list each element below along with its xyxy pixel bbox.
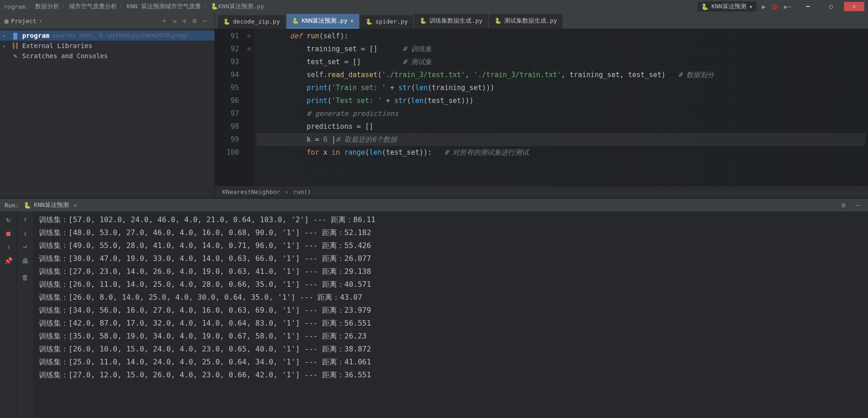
- crumb-1[interactable]: 数据分析: [35, 2, 59, 11]
- editor-breadcrumb[interactable]: KNearestNeighbor › run(): [215, 186, 868, 198]
- tree-root-hint: sources root, D:\python\pycharm2020\prog…: [52, 32, 189, 39]
- expand-all-icon[interactable]: ⇲: [169, 17, 179, 25]
- python-file-icon: 🐍: [223, 18, 230, 25]
- run-left-toolbar-2: ↑ ↓ ⤶ 🖶 🗑: [17, 212, 33, 418]
- python-file-icon: 🐍: [495, 18, 501, 24]
- library-icon: ║║: [11, 42, 19, 49]
- chevron-down-icon[interactable]: ▾: [39, 18, 42, 24]
- run-panel-title: Run:: [5, 202, 19, 209]
- up-icon[interactable]: ↑: [23, 215, 27, 224]
- layout-icon[interactable]: ⫞: [6, 243, 10, 251]
- tree-root[interactable]: ▸ ▇ program sources root, D:\python\pych…: [0, 30, 214, 41]
- hide-icon[interactable]: —: [200, 17, 210, 25]
- tree-root-name: program: [22, 32, 49, 39]
- console-output[interactable]: 训练集：[57.0, 102.0, 24.0, 46.0, 4.0, 21.0,…: [33, 212, 868, 418]
- editor-tab[interactable]: 🐍测试集数据生成.py: [489, 14, 562, 29]
- run-panel: Run: 🐍 KNN算法预测 × ⚙ — ↻ ■ ⫞ 📌 ↑ ↓ ⤶ 🖶 🗑 训…: [0, 198, 868, 418]
- crumb-3[interactable]: KNN 算法预测城市空气质量: [127, 2, 201, 11]
- hide-icon[interactable]: —: [853, 201, 863, 209]
- chevron-right-icon[interactable]: ▸: [3, 33, 8, 38]
- project-label[interactable]: Project: [11, 18, 37, 24]
- editor-tab[interactable]: 🐍decode_zip.py: [218, 15, 286, 29]
- project-sidebar-header: ▤ Project ▾ ⌖ ⇲ ✢ ⚙ —: [0, 13, 214, 29]
- folder-icon: ▇: [11, 32, 19, 39]
- python-file-icon: 🐍: [420, 18, 427, 24]
- chevron-right-icon[interactable]: ▸: [3, 43, 8, 48]
- project-sidebar: ▤ Project ▾ ⌖ ⇲ ✢ ⚙ — ▸ ▇ program source…: [0, 13, 215, 198]
- editor: 🐍decode_zip.py🐍KNN算法预测.py×🐍spider.py🐍训练集…: [215, 13, 868, 198]
- titlebar: rogram〉 数据分析〉 城市空气质量分析〉 KNN 算法预测城市空气质量〉 …: [0, 0, 868, 13]
- project-tree[interactable]: ▸ ▇ program sources root, D:\python\pych…: [0, 29, 214, 63]
- scratches-icon: ✎: [11, 52, 19, 60]
- stop-icon[interactable]: ■: [6, 229, 10, 237]
- window-close-button[interactable]: ✕: [844, 2, 864, 11]
- python-icon: 🐍: [701, 3, 709, 10]
- collapse-all-icon[interactable]: ✢: [179, 17, 189, 25]
- code-area[interactable]: def run(self): training_set = [] # 训练集 t…: [254, 29, 868, 186]
- run-body: ↻ ■ ⫞ 📌 ↑ ↓ ⤶ 🖶 🗑 训练集：[57.0, 102.0, 24.0…: [0, 212, 868, 418]
- run-tab[interactable]: 🐍 KNN算法预测 ×: [24, 201, 77, 209]
- gear-icon[interactable]: ⚙: [189, 17, 200, 25]
- locate-icon[interactable]: ⌖: [159, 17, 169, 25]
- editor-tab[interactable]: 🐍KNN算法预测.py×: [287, 14, 359, 29]
- tree-scratches[interactable]: ✎ Scratches and Consoles: [0, 51, 214, 61]
- tab-label: 训练集数据生成.py: [429, 17, 482, 25]
- soft-wrap-icon[interactable]: ⤶: [22, 243, 28, 251]
- breadcrumb-class[interactable]: KNearestNeighbor: [222, 188, 280, 195]
- more-run-icon[interactable]: ▶⋯: [784, 3, 791, 10]
- tree-scratches-label: Scratches and Consoles: [22, 52, 108, 60]
- debug-icon[interactable]: 🐞: [771, 3, 778, 10]
- rerun-icon[interactable]: ↻: [6, 215, 10, 224]
- run-icon[interactable]: ▶: [762, 3, 766, 10]
- run-tab-label: KNN算法预测: [34, 201, 68, 209]
- editor-tabs[interactable]: 🐍decode_zip.py🐍KNN算法预测.py×🐍spider.py🐍训练集…: [215, 13, 868, 29]
- window-min-button[interactable]: ━: [798, 2, 818, 11]
- run-panel-header: Run: 🐍 KNN算法预测 × ⚙ —: [0, 199, 868, 212]
- folder-icon: ▤: [5, 18, 8, 24]
- chevron-down-icon: ▾: [749, 3, 753, 10]
- chevron-right-icon: ›: [285, 188, 288, 195]
- gutter[interactable]: 919293949596979899100: [215, 29, 245, 186]
- run-config-label: KNN算法预测: [711, 2, 746, 11]
- python-file-icon: 🐍: [292, 18, 299, 24]
- tab-label: decode_zip.py: [233, 18, 280, 25]
- main-split: ▤ Project ▾ ⌖ ⇲ ✢ ⚙ — ▸ ▇ program source…: [0, 13, 868, 198]
- close-icon[interactable]: ×: [350, 18, 354, 24]
- print-icon[interactable]: 🖶: [22, 257, 29, 265]
- gear-icon[interactable]: ⚙: [838, 201, 849, 209]
- crumb-2[interactable]: 城市空气质量分析: [69, 2, 117, 11]
- trash-icon[interactable]: 🗑: [22, 273, 29, 282]
- tab-label: spider.py: [375, 18, 408, 25]
- tab-label: KNN算法预测.py: [302, 17, 348, 25]
- run-config-combo[interactable]: 🐍 KNN算法预测 ▾: [697, 1, 756, 12]
- editor-tab[interactable]: 🐍spider.py: [360, 15, 413, 29]
- code-body: 919293949596979899100 ⊟⊟ def run(self): …: [215, 29, 868, 186]
- tree-external-libs[interactable]: ▸ ║║ External Libraries: [0, 41, 214, 51]
- breadcrumb-method[interactable]: run(): [293, 188, 311, 195]
- editor-tab[interactable]: 🐍训练集数据生成.py: [414, 14, 488, 29]
- pin-icon[interactable]: 📌: [4, 257, 13, 265]
- crumb-0[interactable]: rogram: [4, 3, 25, 10]
- down-icon[interactable]: ↓: [23, 229, 27, 237]
- fold-column[interactable]: ⊟⊟: [245, 29, 254, 186]
- window-max-button[interactable]: ▢: [821, 2, 841, 11]
- python-file-icon: 🐍: [211, 3, 218, 11]
- crumb-4[interactable]: KNN算法预测.py: [218, 2, 264, 11]
- tab-label: 测试集数据生成.py: [504, 17, 557, 25]
- close-icon[interactable]: ×: [73, 202, 77, 209]
- run-left-toolbar: ↻ ■ ⫞ 📌: [0, 212, 17, 418]
- python-file-icon: 🐍: [366, 18, 373, 25]
- python-icon: 🐍: [24, 202, 31, 209]
- tree-ext-libs-label: External Libraries: [22, 42, 92, 49]
